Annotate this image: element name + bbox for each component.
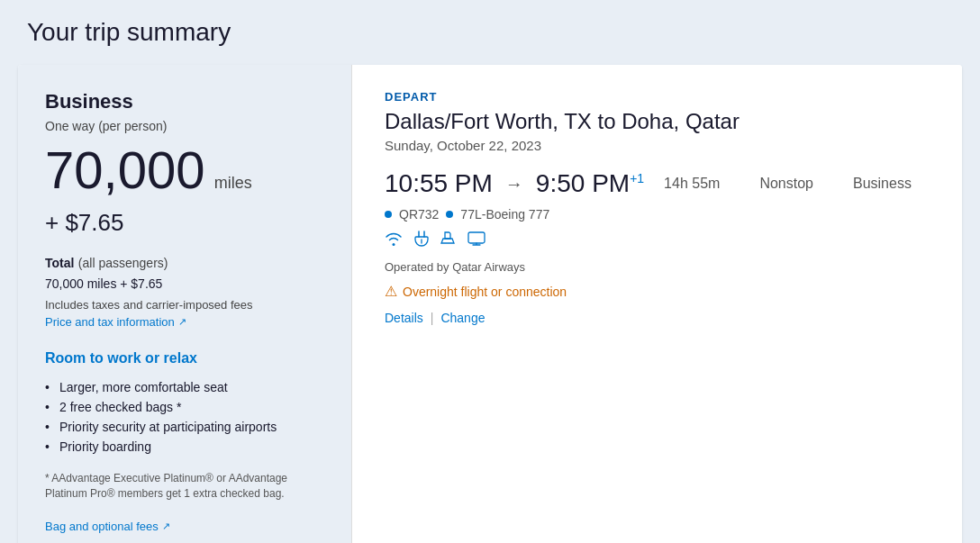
total-value: 70,000 miles + $7.65 <box>45 276 326 291</box>
page-title: Your trip summary <box>18 18 962 47</box>
external-link-icon: ↗ <box>178 316 186 328</box>
overnight-text: Overnight flight or connection <box>403 285 567 299</box>
taxes-note: Includes taxes and carrier-imposed fees <box>45 298 326 312</box>
svg-rect-0 <box>468 232 485 243</box>
change-link[interactable]: Change <box>440 311 485 325</box>
depart-label: DEPART <box>385 90 930 104</box>
amenities-row <box>385 231 930 251</box>
details-row: Details | Change <box>385 311 930 325</box>
footnote: * AAdvantage Executive Platinum® or AAdv… <box>45 471 326 502</box>
plus-dollars: + $7.65 <box>45 209 326 237</box>
details-link[interactable]: Details <box>385 311 423 325</box>
miles-label: miles <box>214 174 252 192</box>
benefit-item: Priority security at participating airpo… <box>45 417 326 437</box>
bag-fees-link[interactable]: Bag and optional fees ↗ <box>45 520 326 533</box>
power-icon <box>413 231 430 251</box>
total-section: Total (all passengers) <box>45 255 326 271</box>
arrow-right-icon: → <box>505 174 523 195</box>
dot-icon-2 <box>446 211 453 218</box>
nonstop-label: Nonstop <box>759 176 813 192</box>
cabin-badge: Business <box>853 176 912 192</box>
cabin-class-label: Business <box>45 90 326 113</box>
flight-date: Sunday, October 22, 2023 <box>385 138 930 153</box>
flight-times-row: 10:55 PM → 9:50 PM+1 14h 55m Nonstop Bus… <box>385 169 930 198</box>
price-link-label: Price and tax information <box>45 315 175 329</box>
left-panel: Business One way (per person) 70,000 mil… <box>18 65 351 543</box>
arrive-time: 9:50 PM+1 <box>536 169 644 198</box>
operated-by: Operated by Qatar Airways <box>385 260 930 274</box>
miles-amount: 70,000 <box>45 140 204 199</box>
depart-time: 10:55 PM <box>385 169 493 198</box>
wifi-icon <box>385 231 403 250</box>
separator: | <box>431 311 434 325</box>
room-relax-heading: Room to work or relax <box>45 350 326 367</box>
aircraft-type: 77L-Boeing 777 <box>460 207 549 222</box>
benefits-list: Larger, more comfortable seat 2 free che… <box>45 377 326 457</box>
total-label: Total <box>45 256 74 270</box>
warning-icon: ⚠ <box>385 283 397 300</box>
trip-card: Business One way (per person) 70,000 mil… <box>18 65 962 543</box>
plus-day: +1 <box>630 171 644 186</box>
bag-fees-label: Bag and optional fees <box>45 520 159 533</box>
overnight-warning: ⚠ Overnight flight or connection <box>385 283 930 300</box>
price-tax-link[interactable]: Price and tax information ↗ <box>45 315 326 329</box>
flight-info-row: QR732 77L-Boeing 777 <box>385 207 930 222</box>
flight-duration: 14h 55m <box>664 176 720 192</box>
entertainment-icon <box>467 231 485 250</box>
flight-number: QR732 <box>399 207 439 222</box>
seat-icon <box>440 231 457 251</box>
miles-row: 70,000 miles <box>45 144 326 196</box>
benefit-item: Larger, more comfortable seat <box>45 377 326 397</box>
total-passengers: (all passengers) <box>78 256 168 270</box>
route-title: Dallas/Fort Worth, TX to Doha, Qatar <box>385 109 930 134</box>
one-way-label: One way (per person) <box>45 119 326 133</box>
dot-icon-1 <box>385 211 392 218</box>
right-panel: DEPART Dallas/Fort Worth, TX to Doha, Qa… <box>351 65 962 543</box>
benefit-item: Priority boarding <box>45 437 326 457</box>
bag-external-link-icon: ↗ <box>162 520 170 532</box>
arrive-time-value: 9:50 PM <box>536 169 630 197</box>
benefit-item: 2 free checked bags * <box>45 397 326 417</box>
